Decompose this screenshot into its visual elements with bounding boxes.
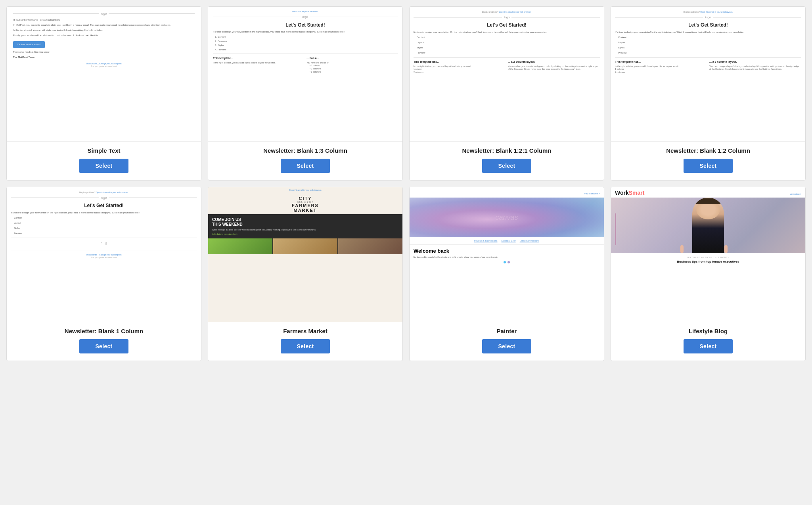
card-farmers-market: Open this email in your web browser. CIT…: [208, 187, 403, 361]
select-button-1-2[interactable]: Select: [684, 159, 732, 173]
closing-text: Thanks for reading. See you soon!: [13, 50, 195, 54]
menu-layout-3: Layout: [14, 221, 197, 225]
body-para3: Finally, you can also add a call-to-acti…: [13, 34, 195, 37]
ws-logo-accent: Smart: [629, 190, 645, 196]
col2-head-3: ... a 2-column layout.: [709, 60, 801, 64]
ws-caption-title: Business tips from top female executives: [615, 260, 801, 264]
col2-body-3: You can change a layout's background col…: [709, 65, 801, 71]
preview-farmers-market: Open this email in your web browser. CIT…: [208, 187, 402, 322]
select-button-newsletter-1[interactable]: Select: [79, 339, 128, 353]
col2-head-2: ... a 2-column layout.: [508, 60, 600, 64]
select-button-lifestyle-blog[interactable]: Select: [684, 339, 732, 353]
fm-img-1: [208, 238, 272, 254]
greeting-text: Hi [subscriber:firstname | default:subsc…: [13, 18, 195, 22]
two-col-area-3: This template has... In the right sideba…: [615, 60, 801, 74]
col1-body-2: In the right sidebar, you can add layout…: [414, 65, 506, 68]
cta-button-preview: It's time to take action!: [13, 41, 45, 48]
preview-intro-4: It's time to design your newsletter! In …: [11, 211, 197, 215]
card-title-1-2-1: Newsletter: Blank 1:2:1 Column: [462, 147, 551, 154]
card-title-1-2: Newsletter: Blank 1:2 Column: [666, 147, 750, 154]
painter-body-text: It's been a big month for the studio and…: [414, 255, 600, 259]
col1-body-3: In the right sidebar, you can add these …: [615, 65, 707, 68]
preview-heading-2: Let's Get Started!: [414, 22, 600, 29]
fm-dark-link: Add date to my calendar >: [212, 233, 398, 235]
col2-body-2: You can change a layout's background col…: [508, 65, 600, 71]
fm-browser-link: Open this email in your web browser.: [289, 189, 322, 191]
fm-market: MARKET: [211, 208, 400, 213]
logo-area: logo: [13, 12, 195, 16]
ws-logo: WorkSmart: [615, 190, 644, 196]
unsubscribe-area: Unsubscribe | Manage your subscription A…: [13, 62, 195, 68]
menu-layout-2: Layout: [618, 41, 801, 44]
menu-styles-3: Styles: [14, 227, 197, 230]
painter-body-area: Welcome back It's been a big month for t…: [410, 245, 604, 269]
painter-nav-area: Reviews & Submissions Essential Gear Lat…: [410, 237, 604, 245]
preview-painter: View in browser > canvas Reviews & Submi…: [410, 187, 604, 322]
card-lifestyle-blog: WorkSmart view online > FEATURED ARTICLE…: [611, 187, 806, 361]
card-footer-1-2: Newsletter: Blank 1:2 Column Select: [611, 142, 805, 180]
fm-img-2: [273, 238, 337, 254]
card-footer-lifestyle-blog: Lifestyle Blog Select: [611, 322, 805, 361]
card-simple-text: logo Hi [subscriber:firstname | default:…: [6, 6, 201, 180]
menu-preview-3: Preview: [14, 232, 197, 235]
logo-text-4: logo: [101, 196, 107, 200]
fm-city: CITY: [211, 196, 400, 201]
menu-content: Content: [417, 36, 600, 39]
card-painter: View in browser > canvas Reviews & Submi…: [409, 187, 604, 361]
preview-heading-4: Let's Get Started!: [11, 202, 197, 209]
card-footer-simple-text: Simple Text Select: [7, 142, 201, 180]
select-button-simple-text[interactable]: Select: [79, 159, 128, 173]
logo-area-4: logo: [11, 196, 197, 200]
card-newsletter-1: Display problems? Open this email in you…: [6, 187, 201, 361]
select-button-farmers-market[interactable]: Select: [281, 339, 329, 353]
menu-preview-2: Preview: [618, 51, 801, 55]
painter-view-link: View in browser >: [584, 192, 600, 195]
nav-commissions: Latest Commissions: [520, 240, 540, 242]
col1-head: This template...: [213, 56, 304, 60]
preview-heading-3: Let's Get Started!: [615, 22, 801, 29]
logo-text: logo: [101, 12, 107, 16]
preview-newsletter-1-2-1: Display problems? Open this email in you…: [410, 7, 604, 142]
bullet-2col: • 2 columns: [310, 67, 398, 71]
card-footer-painter: Painter Select: [410, 322, 604, 361]
col1-items-2: 1 column2 columns: [615, 68, 707, 74]
col2-body: You have the choice of:: [306, 61, 398, 65]
logo-text-2: logo: [504, 15, 509, 19]
card-footer-1-2-1: Newsletter: Blank 1:2:1 Column Select: [410, 142, 604, 180]
preview-heading: Let's Get Started!: [213, 22, 398, 29]
col1-items: 1 column2 columns: [414, 68, 506, 74]
logo-area: logo: [213, 15, 398, 19]
unsubscribe-link-2: Unsubscribe | Manage your subscription: [86, 253, 121, 256]
col1-head-3: This template has...: [615, 60, 707, 64]
card-footer-newsletter-1: Newsletter: Blank 1 Column Select: [7, 322, 201, 361]
template-grid: logo Hi [subscriber:firstname | default:…: [6, 6, 806, 361]
fm-dark-body: We're having a big bake sale this weeken…: [212, 228, 398, 231]
fm-dark-section: COME JOIN USTHIS WEEKEND We're having a …: [208, 214, 402, 238]
preview-newsletter-1: Display problems? Open this email in you…: [7, 187, 201, 322]
ws-header-area: WorkSmart view online >: [611, 187, 805, 198]
body-para2: Is this too simple? You can still style …: [13, 29, 195, 32]
menu-layout: Layout: [417, 41, 600, 44]
ws-caption-small: FEATURED ARTICLE THIS MONTH: [615, 256, 801, 259]
col2-head: ... has a...: [306, 56, 398, 60]
card-newsletter-1-2: Display problems? Open this email in you…: [611, 6, 806, 180]
select-button-1-3[interactable]: Select: [281, 159, 329, 173]
card-newsletter-1-2-1: Display problems? Open this email in you…: [409, 6, 604, 180]
fm-dark-title: COME JOIN USTHIS WEEKEND: [212, 217, 398, 227]
card-title-painter: Painter: [497, 328, 517, 334]
card-title-1-3: Newsletter: Blank 1:3 Column: [263, 147, 347, 154]
dot-1: [504, 261, 506, 263]
painter-dots: [414, 261, 600, 263]
preview-intro-3: It's time to design your newsletter! In …: [615, 31, 801, 34]
card-title-lifestyle-blog: Lifestyle Blog: [689, 328, 728, 334]
painter-canvas-area: canvas: [410, 198, 604, 237]
select-button-1-2-1[interactable]: Select: [482, 159, 531, 173]
card-title-newsletter-1: Newsletter: Blank 1 Column: [65, 328, 143, 334]
facebook-icon: : [101, 241, 102, 247]
select-button-painter[interactable]: Select: [482, 339, 531, 353]
dot-2: [508, 261, 510, 263]
ws-hero-image: [611, 198, 805, 253]
bullet-3col: • 3 columns: [310, 71, 398, 74]
logo-area-2: logo: [414, 15, 600, 19]
menu-styles-2: Styles: [618, 46, 801, 50]
